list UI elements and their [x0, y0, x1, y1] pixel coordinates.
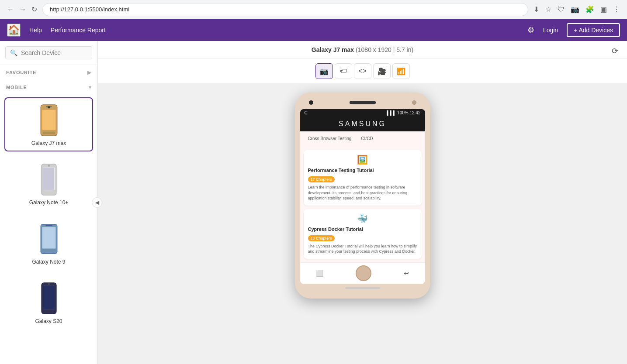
device-header: Galaxy J7 max (1080 x 1920 | 5.7 in) ⟳	[98, 41, 627, 59]
settings-button[interactable]: ⚙	[527, 25, 534, 35]
refresh-button[interactable]: ↻	[30, 3, 39, 15]
code-tool-button[interactable]: <>	[354, 63, 371, 79]
svg-rect-17	[43, 285, 54, 309]
browser-chrome: ← → ↻ http://127.0.0.1:5500/index.html ⬇…	[0, 0, 627, 19]
svg-rect-5	[42, 110, 55, 130]
back-button[interactable]: ←	[5, 4, 16, 15]
device-viewport[interactable]: C ▌▌▌ 100% 12:42 SAMSUNG	[98, 84, 627, 364]
device-header-info: (1080 x 1920 | 5.7 in)	[356, 46, 413, 53]
device-card-galaxy-s20[interactable]: Galaxy S20	[4, 275, 93, 330]
phone-content: Cross Browser Testing CI/CD 🖼️ Performan…	[300, 131, 425, 262]
favourite-section-header[interactable]: FAVOURITE ▶	[0, 65, 97, 80]
sidebar-collapse-button[interactable]: ◀	[92, 197, 102, 208]
samsung-logo: SAMSUNG	[300, 117, 425, 131]
phone-status-bar: C ▌▌▌ 100% 12:42	[300, 109, 425, 117]
performance-report-link[interactable]: Performance Report	[51, 27, 106, 34]
phone-home-indicator	[345, 287, 380, 289]
status-right: ▌▌▌ 100% 12:42	[387, 110, 420, 115]
card1-badge: 17 Chapters	[308, 176, 335, 182]
svg-rect-9	[42, 168, 54, 190]
phone-frame: C ▌▌▌ 100% 12:42 SAMSUNG	[295, 93, 430, 299]
phone-speaker	[350, 101, 376, 104]
galaxy-note9-name: Galaxy Note 9	[10, 259, 88, 265]
bookmark-icon[interactable]: ☆	[544, 3, 553, 15]
signal-icon: ▌▌▌	[387, 110, 396, 115]
tag-tool-button[interactable]: 🏷	[335, 63, 352, 79]
card2-description: The Cypress Docker Tutorial will help yo…	[308, 244, 417, 254]
favourite-label: FAVOURITE	[6, 70, 36, 75]
device-thumb-note10	[36, 162, 62, 197]
mobile-label: MOBILE	[6, 85, 27, 90]
time-text: 12:42	[409, 110, 420, 115]
status-left: C	[305, 110, 308, 115]
help-link[interactable]: Help	[29, 27, 42, 34]
more-icon[interactable]: ⋮	[611, 3, 622, 15]
top-nav: 🏠 Help Performance Report ⚙ Login + Add …	[0, 19, 627, 41]
forward-button[interactable]: →	[17, 4, 28, 15]
svg-rect-12	[45, 225, 52, 226]
phone-camera	[412, 100, 416, 105]
card2-icon: 🐳	[308, 213, 417, 224]
search-box: 🔍	[0, 41, 97, 65]
recent-apps-icon[interactable]: ⬜	[316, 270, 323, 277]
search-icon: 🔍	[10, 49, 17, 56]
browser-actions: ⬇ ☆ 🛡 📷 🧩 ▣ ⋮	[532, 3, 622, 15]
home-button[interactable]	[356, 265, 371, 281]
tab-cross-browser[interactable]: Cross Browser Testing	[305, 135, 355, 143]
galaxy-note10-image	[38, 163, 60, 196]
card1-description: Learn the importance of performance test…	[308, 185, 417, 201]
device-thumb-note9	[36, 221, 62, 256]
phone-screen: C ▌▌▌ 100% 12:42 SAMSUNG	[300, 109, 425, 284]
sidebar-toggle-icon[interactable]: ▣	[599, 3, 609, 15]
svg-point-8	[48, 165, 50, 167]
sidebar-wrapper: 🔍 FAVOURITE ▶ MOBILE ▾	[0, 41, 98, 364]
galaxy-note10-name: Galaxy Note 10+	[10, 199, 88, 206]
extension-icon[interactable]: 🧩	[584, 3, 596, 15]
shield-icon[interactable]: 🛡	[556, 4, 566, 15]
phone-tabs: Cross Browser Testing CI/CD	[300, 131, 425, 147]
screenshot-tool-button[interactable]: 📷	[315, 63, 333, 79]
back-nav-icon[interactable]: ↩	[404, 270, 409, 277]
sidebar: 🔍 FAVOURITE ▶ MOBILE ▾	[0, 41, 98, 364]
galaxy-note9-image	[38, 223, 60, 255]
device-card-galaxy-note-9[interactable]: Galaxy Note 9	[4, 216, 93, 270]
logo-button[interactable]: 🏠	[7, 24, 21, 37]
brand-text: SAMSUNG	[339, 120, 386, 127]
device-card-galaxy-note-10-plus[interactable]: Galaxy Note 10+	[4, 157, 93, 211]
search-input[interactable]	[21, 49, 87, 56]
url-text: http://127.0.0.1:5500/index.html	[50, 6, 129, 13]
download-icon[interactable]: ⬇	[532, 3, 541, 15]
device-card-galaxy-j7-max[interactable]: Galaxy J7 max	[4, 97, 93, 151]
galaxy-s20-name: Galaxy S20	[10, 318, 88, 324]
device-refresh-button[interactable]: ⟳	[612, 46, 618, 56]
search-input-wrap: 🔍	[5, 46, 92, 59]
card1-title: Performance Testing Tutorial	[308, 168, 417, 173]
card2-title: Cypress Docker Tutorial	[308, 227, 417, 232]
login-button[interactable]: Login	[543, 27, 558, 34]
main-content: 🔍 FAVOURITE ▶ MOBILE ▾	[0, 41, 627, 364]
cypress-docker-card[interactable]: 🐳 Cypress Docker Tutorial 10 Chapters Th…	[304, 209, 422, 259]
svg-rect-13	[42, 227, 55, 248]
tab-cicd[interactable]: CI/CD	[357, 135, 376, 143]
performance-testing-card[interactable]: 🖼️ Performance Testing Tutorial 17 Chapt…	[304, 150, 422, 206]
address-bar[interactable]: http://127.0.0.1:5500/index.html	[42, 3, 528, 16]
favourite-arrow-icon: ▶	[87, 69, 91, 76]
phone-nav-bar: ⬜ ↩	[300, 262, 425, 284]
svg-rect-3	[46, 106, 52, 107]
battery-text: 100%	[397, 110, 409, 115]
mobile-arrow-icon: ▾	[89, 84, 91, 90]
card1-icon: 🖼️	[308, 155, 417, 165]
svg-point-16	[48, 283, 50, 285]
device-header-name: Galaxy J7 max	[312, 46, 354, 53]
card2-badge: 10 Chapters	[308, 235, 335, 241]
camera-icon[interactable]: 📷	[569, 3, 581, 15]
tutorial-cards: 🖼️ Performance Testing Tutorial 17 Chapt…	[300, 147, 425, 262]
add-devices-button[interactable]: + Add Devices	[567, 23, 620, 37]
wifi-tool-button[interactable]: 📶	[392, 63, 410, 79]
mobile-section-header[interactable]: MOBILE ▾	[0, 80, 97, 95]
galaxy-s20-image	[38, 282, 60, 315]
video-tool-button[interactable]: 🎥	[373, 63, 391, 79]
device-toolbar: 📷 🏷 <> 🎥 📶	[98, 59, 627, 84]
phone-top-hardware	[300, 100, 425, 109]
galaxy-j7-max-image	[38, 104, 60, 137]
